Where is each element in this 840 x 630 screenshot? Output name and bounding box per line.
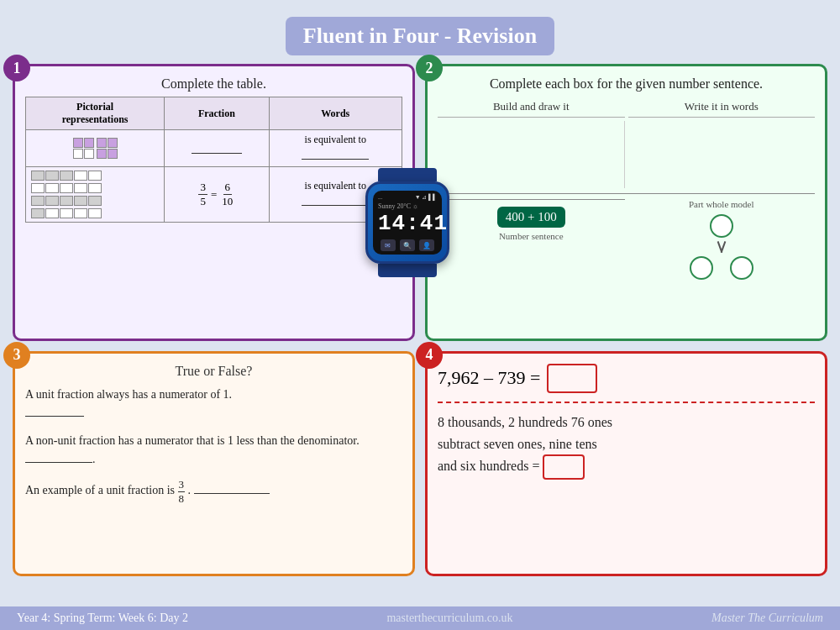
- row2-fraction2-value: 6 10: [220, 181, 234, 207]
- section-3-title: True or False?: [25, 364, 402, 379]
- page-title: Fluent in Four - Revision: [302, 24, 538, 49]
- watch-strap-bottom: [378, 264, 437, 277]
- section-4-equation: 7,962 – 739 =: [438, 364, 815, 393]
- s2-col2-header: Write it in words: [628, 97, 816, 118]
- part-whole-diagram: [628, 214, 816, 280]
- row1-fraction: [165, 130, 269, 167]
- watch-icon-user: 👤: [419, 239, 434, 251]
- row2-words-answer[interactable]: [302, 192, 369, 206]
- equation-answer-box[interactable]: [547, 364, 597, 393]
- row2-pictorial: [26, 167, 165, 223]
- row1-fraction-answer[interactable]: [192, 140, 242, 154]
- watch-icon-search: 🔍: [400, 239, 415, 251]
- pw-circle-left: [690, 256, 713, 280]
- row1-pictorial: [26, 130, 165, 167]
- statement-1: A unit fraction always has a numerator o…: [25, 386, 402, 422]
- watch-body: ... ▼ ⊿ ▌▌ Sunny 20°C ☼ 14:41 ✉ 🔍 👤: [365, 181, 449, 264]
- statement-3-answer[interactable]: [194, 480, 270, 494]
- pw-circle-top: [710, 214, 733, 238]
- page-header: Fluent in Four - Revision: [286, 17, 554, 55]
- statement-2-answer[interactable]: [25, 449, 92, 463]
- watch-icon-mail: ✉: [381, 239, 396, 251]
- word-problem-answer-box[interactable]: [543, 454, 585, 480]
- statement-1-answer[interactable]: [25, 403, 84, 417]
- watch-screen: ... ▼ ⊿ ▌▌ Sunny 20°C ☼ 14:41 ✉ 🔍 👤: [373, 191, 442, 255]
- row1-words: is equivalent to: [269, 130, 402, 167]
- section-2-instruction: Complete each box for the given number s…: [438, 76, 815, 92]
- col-header-pictorial: Pictorialrepresentations: [26, 97, 165, 130]
- watch-time: 14:41: [378, 211, 437, 236]
- section-1-instruction: Complete the table.: [25, 76, 402, 92]
- section-1-number: 1: [3, 55, 30, 81]
- table-row: 3 5 = 6 10 is equivalent to: [26, 167, 402, 223]
- s2-col1-header: Build and draw it: [438, 97, 625, 118]
- footer-center: masterthecurriculum.co.uk: [386, 612, 512, 625]
- number-sentence-label: Number sentence: [438, 231, 625, 241]
- table-row: is equivalent to: [26, 130, 402, 167]
- watch-status-bar: ... ▼ ⊿ ▌▌: [378, 194, 437, 201]
- fraction-table: Pictorialrepresentations Fraction Words: [25, 97, 402, 223]
- row1-words-answer[interactable]: [302, 146, 369, 160]
- pw-circle-right: [730, 256, 753, 280]
- s2-words-area[interactable]: [628, 121, 816, 188]
- watch-weather: Sunny 20°C ☼: [378, 202, 437, 210]
- number-sentence: 400 + 100: [497, 207, 565, 228]
- section-4-number: 4: [416, 342, 443, 369]
- section-3-number: 3: [3, 342, 30, 369]
- smartwatch: ... ▼ ⊿ ▌▌ Sunny 20°C ☼ 14:41 ✉ 🔍 👤: [361, 168, 454, 277]
- statement-3: An example of a unit fraction is 3 8 .: [25, 478, 402, 505]
- section-4-divider: [438, 402, 815, 403]
- footer: Year 4: Spring Term: Week 6: Day 2 maste…: [0, 606, 840, 630]
- statement-2: A non-unit fraction has a numerator that…: [25, 432, 402, 468]
- col-header-fraction: Fraction: [165, 97, 269, 130]
- watch-icons-bar: ✉ 🔍 👤: [378, 239, 437, 251]
- footer-brand: Master The Curriculum: [711, 612, 823, 625]
- row2-fraction-value: 3 5: [198, 181, 207, 207]
- section-2: 2 Complete each box for the given number…: [425, 64, 827, 341]
- footer-left: Year 4: Spring Term: Week 6: Day 2: [17, 612, 188, 625]
- s2-build-area[interactable]: [438, 121, 625, 188]
- section-3: 3 True or False? A unit fraction always …: [13, 351, 415, 576]
- watch-strap-top: [378, 168, 437, 181]
- section-2-number: 2: [416, 55, 443, 81]
- word-problem: 8 thousands, 2 hundreds 76 onessubtract …: [438, 412, 815, 480]
- col-header-words: Words: [269, 97, 402, 130]
- part-whole-label: Part whole model: [628, 199, 816, 209]
- section-4: 4 7,962 – 739 = 8 thousands, 2 hundreds …: [425, 351, 827, 576]
- section-1: 1 Complete the table. Pictorialrepresent…: [13, 64, 415, 341]
- row2-fraction: 3 5 = 6 10: [165, 167, 269, 223]
